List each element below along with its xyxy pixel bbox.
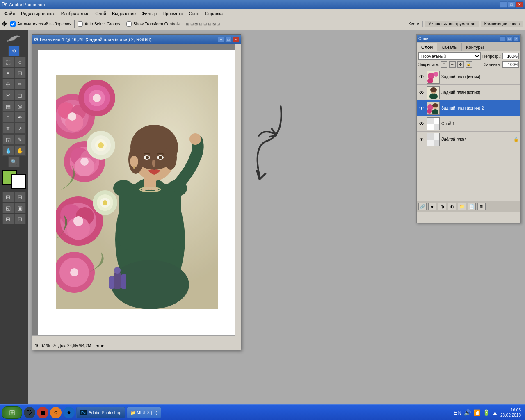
taskbar-icon-stop[interactable]: ⏹ xyxy=(37,407,48,418)
delete-layer-btn[interactable]: 🗑 xyxy=(477,203,486,210)
lasso-btn[interactable]: ○ xyxy=(14,57,26,67)
gradient-btn[interactable]: ▦ xyxy=(2,101,14,112)
link-layers-btn[interactable]: 🔗 xyxy=(418,203,427,210)
heal-btn[interactable]: ⊕ xyxy=(2,79,14,89)
start-button[interactable]: ⊞ xyxy=(2,406,22,419)
tray-volume[interactable]: 🔊 xyxy=(464,409,471,416)
opacity-input[interactable] xyxy=(502,53,519,59)
eraser-btn[interactable]: ◻ xyxy=(14,90,26,100)
tray-extra[interactable]: ▲ xyxy=(492,409,498,416)
imageready-btn[interactable]: ⊠ xyxy=(2,214,14,224)
add-adjustment-btn[interactable]: ◐ xyxy=(448,203,456,210)
panel-close[interactable]: ✕ xyxy=(513,36,519,41)
layer-item[interactable]: 👁 Задний план (копия) xyxy=(417,69,520,85)
shape-btn[interactable]: ◱ xyxy=(2,134,14,145)
layer-item[interactable]: 👁 Слой 1 xyxy=(417,116,520,132)
add-style-btn[interactable]: ● xyxy=(428,203,436,210)
tab-tool-presets[interactable]: Установки инструментов xyxy=(425,21,479,27)
extra-btn[interactable]: ⊡ xyxy=(14,214,26,224)
layer-eye-icon[interactable]: 👁 xyxy=(418,136,425,143)
menu-window[interactable]: Окно xyxy=(186,10,202,17)
lock-all-btn[interactable]: 🔒 xyxy=(466,61,472,68)
taskbar-icon-chrome[interactable]: ● xyxy=(63,407,75,418)
menu-view[interactable]: Просмотр xyxy=(160,10,185,17)
tab-layers[interactable]: Слои xyxy=(417,43,437,51)
layer-item-active[interactable]: 👁 Задний план (копия) 2 xyxy=(417,100,520,116)
add-layer-btn[interactable]: 📄 xyxy=(468,203,476,210)
auto-select-groups-checkbox[interactable] xyxy=(78,21,83,27)
tab-brushes[interactable]: Кисти xyxy=(405,21,423,27)
wand-btn[interactable]: ✦ xyxy=(2,68,14,78)
menu-help[interactable]: Справка xyxy=(203,10,225,17)
panel-maximize[interactable]: □ xyxy=(507,36,512,41)
vertical-scrollbar[interactable] xyxy=(235,44,241,341)
taskbar-photoshop-btn[interactable]: Ps Adobe Photoshop xyxy=(76,407,125,418)
fill-input[interactable] xyxy=(502,61,519,68)
arrow-decoration xyxy=(242,98,290,190)
menu-select[interactable]: Выделение xyxy=(110,10,138,17)
minimize-button[interactable]: ─ xyxy=(500,1,507,8)
eyedrop-btn[interactable]: 💧 xyxy=(2,145,14,156)
taskbar-files-btn[interactable]: 📁 MIREX (F:) xyxy=(127,407,161,418)
text-btn[interactable]: T xyxy=(2,123,14,134)
clone-btn[interactable]: ✂ xyxy=(2,90,14,100)
blur-btn[interactable]: ◎ xyxy=(14,101,26,112)
document-canvas[interactable] xyxy=(32,44,241,341)
add-mask-btn[interactable]: ◑ xyxy=(438,203,446,210)
path-btn[interactable]: ↗ xyxy=(14,123,26,134)
doc-maximize[interactable]: □ xyxy=(225,37,232,42)
brush-btn[interactable]: ✏ xyxy=(14,79,26,89)
svg-rect-80 xyxy=(427,118,434,124)
panel-minimize[interactable]: ─ xyxy=(500,36,506,41)
add-group-btn[interactable]: 📁 xyxy=(458,203,466,210)
layer-item[interactable]: 👁 Задний план 🔒 xyxy=(417,132,520,147)
layer-eye-icon[interactable]: 👁 xyxy=(418,105,425,112)
layers-panel-footer: 🔗 ● ◑ ◐ 📁 📄 🗑 xyxy=(417,201,520,212)
crop-btn[interactable]: ⊡ xyxy=(14,68,26,78)
show-transform-checkbox[interactable] xyxy=(126,21,132,27)
maximize-button[interactable]: □ xyxy=(508,1,515,8)
white-canvas xyxy=(38,50,235,335)
tray-network[interactable]: 📶 xyxy=(473,409,480,416)
layer-item[interactable]: 👁 Задний план (копия) xyxy=(417,85,520,100)
layer-eye-icon[interactable]: 👁 xyxy=(418,121,425,127)
tray-power[interactable]: 🔋 xyxy=(483,409,490,416)
lock-transparent-btn[interactable]: ◻ xyxy=(441,61,447,68)
dodge-btn[interactable]: ○ xyxy=(2,112,14,123)
menu-file[interactable]: Файл xyxy=(2,10,18,17)
menu-edit[interactable]: Редактирование xyxy=(18,10,58,17)
rect-select-btn[interactable]: ⬚ xyxy=(2,57,14,67)
doc-close[interactable]: ✕ xyxy=(233,37,239,42)
tool-row-6: ▦ ◎ xyxy=(2,101,26,112)
layer-eye-icon[interactable]: 👁 xyxy=(418,74,425,80)
tab-channels[interactable]: Каналы xyxy=(437,43,462,51)
tool-row-9: ◱ ✎ xyxy=(2,134,26,145)
lock-position-btn[interactable]: ✥ xyxy=(457,61,464,68)
menu-image[interactable]: Изображение xyxy=(59,10,92,17)
close-button[interactable]: ✕ xyxy=(516,1,523,8)
auto-select-checkbox[interactable] xyxy=(10,21,16,27)
lock-image-btn[interactable]: ✏ xyxy=(449,61,456,68)
background-color[interactable] xyxy=(11,174,26,189)
move-tool-btn[interactable]: ✥ xyxy=(8,46,20,56)
tab-paths[interactable]: Контуры xyxy=(462,43,488,51)
menu-filter[interactable]: Фильтр xyxy=(139,10,159,17)
layer-eye-icon[interactable]: 👁 xyxy=(418,89,425,96)
screen-mode2-btn[interactable]: ▣ xyxy=(14,203,26,213)
standard-mode-btn[interactable]: ⊞ xyxy=(2,192,14,202)
hand-btn[interactable]: ✋ xyxy=(14,145,26,156)
blend-mode-dropdown[interactable]: Нормальный xyxy=(418,52,481,60)
taskbar-icon-security[interactable]: 🛡 xyxy=(24,407,35,418)
taskbar-icon-browser[interactable]: ○ xyxy=(50,407,62,418)
notes-btn[interactable]: ✎ xyxy=(14,134,26,145)
screen-mode-btn[interactable]: ◱ xyxy=(2,203,14,213)
doc-arrow-nav[interactable]: ◄ ► xyxy=(95,343,105,348)
tab-layer-comps[interactable]: Композиции слоев xyxy=(481,21,523,27)
pen-btn[interactable]: ✒ xyxy=(14,112,26,123)
quick-mask-btn[interactable]: ⊟ xyxy=(14,192,26,202)
doc-minimize[interactable]: ─ xyxy=(218,37,224,42)
zoom-btn[interactable]: 🔍 xyxy=(8,156,20,167)
horizontal-scrollbar[interactable] xyxy=(32,335,235,341)
menu-layer[interactable]: Слой xyxy=(93,10,109,17)
ps-feather-icon xyxy=(2,32,26,43)
